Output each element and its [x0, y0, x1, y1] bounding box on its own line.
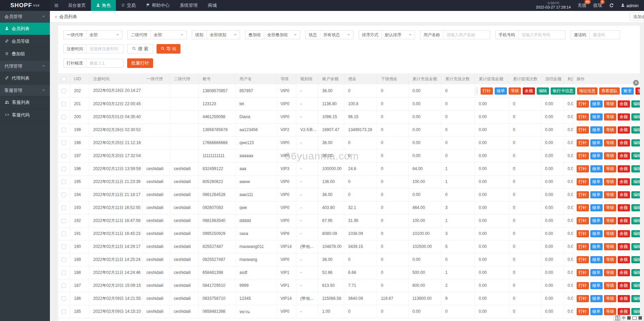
level-button[interactable]: 等级: [509, 87, 521, 95]
recharge-link[interactable]: 充值 89: [578, 2, 587, 9]
make-order-button[interactable]: 做单: [590, 256, 603, 263]
balance-button[interactable]: 余额: [618, 178, 630, 185]
inject-range-input[interactable]: [90, 61, 123, 66]
balance-button[interactable]: 余额: [618, 230, 630, 237]
edit-button[interactable]: 编辑: [631, 295, 640, 302]
level-button[interactable]: 等级: [604, 100, 616, 108]
row-checkbox[interactable]: [62, 232, 66, 236]
row-checkbox[interactable]: [62, 257, 66, 262]
level-button[interactable]: 等级: [604, 217, 616, 224]
make-order-button[interactable]: 做单: [590, 269, 603, 276]
balance-button[interactable]: 余额: [618, 113, 630, 121]
balance-button[interactable]: 余额: [618, 282, 630, 289]
balance-button[interactable]: 余额: [618, 256, 630, 263]
level-button[interactable]: 等级: [604, 295, 616, 302]
filter-select-value[interactable]: 全部: [151, 31, 186, 39]
filter-input[interactable]: [522, 32, 562, 37]
row-checkbox[interactable]: [62, 102, 66, 106]
ime-lang-label[interactable]: 中: [622, 316, 626, 321]
keyboard-icon[interactable]: [632, 317, 637, 320]
inject-button[interactable]: 打针: [577, 165, 589, 172]
admin-user[interactable]: admin: [621, 3, 639, 8]
top-menu-item[interactable]: 商城: [203, 0, 222, 11]
balance-button[interactable]: 余额: [618, 243, 630, 250]
row-checkbox[interactable]: [62, 270, 66, 275]
row-checkbox[interactable]: [62, 219, 66, 223]
row-checkbox[interactable]: [62, 141, 66, 145]
balance-button[interactable]: 余额: [618, 165, 630, 172]
add-member-button[interactable]: 添加会员: [630, 13, 644, 21]
level-button[interactable]: 等级: [604, 243, 616, 250]
account-change-button[interactable]: 账变: [621, 87, 634, 95]
inject-button[interactable]: 打针: [577, 256, 589, 263]
level-button[interactable]: 等级: [604, 204, 616, 211]
top-menu-item[interactable]: 系统管理: [175, 0, 203, 11]
inject-button[interactable]: 打针: [577, 152, 589, 159]
balance-button[interactable]: 余额: [618, 191, 630, 198]
edit-button[interactable]: 编辑: [631, 243, 640, 250]
make-order-button[interactable]: 做单: [590, 165, 603, 172]
inject-button[interactable]: 打针: [577, 191, 589, 198]
filter-input[interactable]: [446, 32, 487, 37]
top-menu-item[interactable]: 角色: [91, 0, 116, 11]
level-button[interactable]: 等级: [604, 269, 616, 276]
level-button[interactable]: 等级: [604, 113, 616, 121]
edit-button[interactable]: 编辑: [631, 165, 640, 172]
level-button[interactable]: 等级: [604, 308, 616, 315]
edit-button[interactable]: 编辑: [631, 217, 640, 224]
address-info-button[interactable]: 地址信息: [577, 87, 598, 95]
make-order-button[interactable]: 做单: [590, 243, 603, 250]
edit-button[interactable]: 编辑: [631, 100, 640, 108]
ime-icon[interactable]: [627, 316, 631, 320]
top-menu-item[interactable]: 后台首页: [63, 0, 91, 11]
sidebar-item[interactable]: 会员列表: [0, 23, 50, 35]
balance-button[interactable]: 余额: [618, 308, 630, 315]
row-checkbox[interactable]: [62, 309, 66, 314]
sidebar-section-header[interactable]: 会员管理: [0, 11, 50, 23]
edit-button[interactable]: 编辑: [631, 113, 640, 121]
balance-button[interactable]: 余额: [618, 139, 630, 146]
balance-button[interactable]: 余额: [618, 126, 630, 134]
reg-time-input[interactable]: [90, 46, 123, 51]
row-checkbox[interactable]: [62, 115, 66, 119]
inject-button[interactable]: 打针: [577, 100, 589, 108]
edit-button[interactable]: 编辑: [631, 308, 640, 315]
balance-button[interactable]: 余额: [618, 269, 630, 276]
balance-button[interactable]: 余额: [618, 295, 630, 302]
make-order-button[interactable]: 做单: [590, 295, 603, 302]
row-checkbox[interactable]: [62, 296, 66, 301]
level-button[interactable]: 等级: [604, 178, 616, 185]
withdraw-link[interactable]: 提现 5: [593, 2, 602, 9]
inject-button[interactable]: 打针: [577, 178, 589, 185]
edit-button[interactable]: 编辑: [631, 178, 640, 185]
make-order-button[interactable]: 做单: [590, 126, 603, 134]
ime-settings-icon[interactable]: [639, 316, 642, 320]
level-button[interactable]: 等级: [604, 191, 616, 198]
export-button[interactable]: 导 出: [157, 44, 181, 54]
make-order-button[interactable]: 做单: [590, 230, 603, 237]
filter-select-value[interactable]: 全部叠加组: [264, 31, 300, 39]
edit-button[interactable]: 编辑: [631, 126, 640, 134]
row-checkbox[interactable]: [62, 89, 66, 93]
ime-toolbar[interactable]: 五中: [613, 315, 644, 321]
make-order-button[interactable]: 做单: [590, 308, 603, 315]
inject-button[interactable]: 打针: [577, 126, 589, 134]
ime-mode-label[interactable]: 五: [615, 316, 620, 320]
make-order-button[interactable]: 做单: [590, 113, 603, 121]
make-order-button[interactable]: 做单: [590, 139, 603, 146]
batch-inject-button[interactable]: 批量打针: [127, 58, 153, 68]
make-order-button[interactable]: 做单: [590, 100, 603, 108]
inject-button[interactable]: 打针: [577, 204, 589, 211]
filter-select-value[interactable]: 默认排序: [382, 31, 415, 39]
filter-select-value[interactable]: 全部: [86, 31, 122, 39]
filter-select-value[interactable]: 所有状态: [320, 31, 353, 39]
row-checkbox[interactable]: [62, 193, 66, 197]
inject-button[interactable]: 打针: [577, 295, 589, 302]
balance-button[interactable]: 余额: [523, 87, 535, 95]
edit-button[interactable]: 编辑: [631, 152, 640, 159]
level-button[interactable]: 等级: [604, 282, 616, 289]
level-button[interactable]: 等级: [604, 256, 616, 263]
close-icon[interactable]: ✕: [633, 80, 639, 86]
row-checkbox[interactable]: [62, 167, 66, 171]
sidebar-section-header[interactable]: 代理管理: [0, 60, 50, 72]
